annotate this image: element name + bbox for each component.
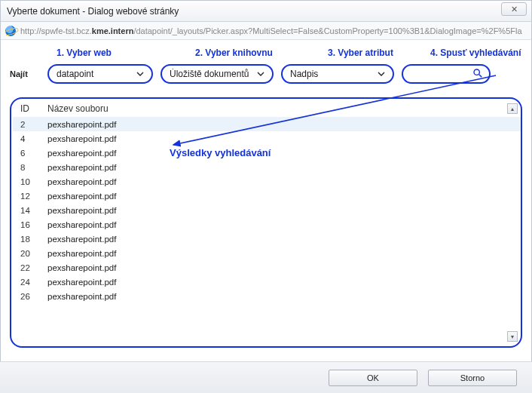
ok-button[interactable]: OK [329,370,417,386]
window-title: Vyberte dokument - Dialog webové stránky [7,6,179,17]
cell-name: pexsharepoint.pdf [47,120,515,129]
cell-id: 12 [20,192,47,201]
scroll-down-icon[interactable]: ▾ [507,331,518,342]
search-input[interactable] [356,68,472,80]
step-3-label: 3. Vyber atribut [328,48,393,58]
step-4-label: 4. Spusť vyhledávání [430,48,521,58]
results-annotation: Výsledky vyhledávání [170,147,271,158]
table-row[interactable]: 10pexsharepoint.pdf [13,174,521,189]
table-row[interactable]: 22pexsharepoint.pdf [13,260,521,275]
cell-id: 4 [20,134,47,143]
web-select-value: datapoint [57,69,135,79]
step-2-label: 2. Vyber knihovnu [195,48,273,58]
table-row[interactable]: 24pexsharepoint.pdf [13,275,521,289]
table-row[interactable]: 20pexsharepoint.pdf [13,246,521,260]
cell-name: pexsharepoint.pdf [47,206,515,215]
svg-point-0 [474,69,479,75]
cell-id: 2 [20,120,47,129]
table-row[interactable]: 12pexsharepoint.pdf [13,189,521,203]
chevron-down-icon [135,69,145,79]
library-select-value: Úložiště dokumentů [170,69,255,79]
library-select[interactable]: Úložiště dokumentů [161,64,274,84]
table-body: 2pexsharepoint.pdf4pexsharepoint.pdf6pex… [13,117,521,303]
cell-id: 14 [20,206,47,215]
cell-name: pexsharepoint.pdf [47,292,515,301]
cell-name: pexsharepoint.pdf [47,249,515,258]
header-name: Název souboru [47,103,515,114]
cell-id: 8 [20,163,47,172]
results-table: ID Název souboru 2pexsharepoint.pdf4pexs… [10,97,522,348]
step-1-label: 1. Vyber web [57,48,112,58]
cell-name: pexsharepoint.pdf [47,278,515,287]
cancel-button[interactable]: Storno [428,370,517,386]
filter-row: Najít datapoint Úložiště dokumentů Nadpi… [10,64,522,84]
url-text: http://spwfe-tst.bcz.kme.intern/datapoin… [20,26,522,35]
table-row[interactable]: 14pexsharepoint.pdf [13,203,521,217]
table-row[interactable]: 26pexsharepoint.pdf [13,289,521,303]
address-bar: http://spwfe-tst.bcz.kme.intern/datapoin… [1,22,531,40]
scrollbar[interactable]: ▴ ▾ [507,103,519,342]
ie-icon [5,26,16,36]
cell-name: pexsharepoint.pdf [47,220,515,229]
table-row[interactable]: 8pexsharepoint.pdf [13,160,521,174]
table-row[interactable]: 16pexsharepoint.pdf [13,217,521,232]
cell-name: pexsharepoint.pdf [47,263,515,272]
chevron-down-icon [255,69,266,79]
find-label: Najít [10,69,40,78]
cell-name: pexsharepoint.pdf [47,192,515,201]
close-button[interactable]: ✕ [501,2,527,16]
titlebar: Vyberte dokument - Dialog webové stránky… [1,1,531,22]
table-row[interactable]: 2pexsharepoint.pdf [13,117,521,131]
cell-id: 24 [20,278,47,287]
cell-id: 20 [20,249,47,258]
dialog-footer: OK Storno [0,361,532,393]
svg-line-1 [479,75,482,78]
cell-id: 6 [20,149,47,158]
scroll-up-icon[interactable]: ▴ [507,103,518,114]
step-labels: 1. Vyber web 2. Vyber knihovnu 3. Vyber … [10,48,522,63]
web-select[interactable]: datapoint [47,64,153,84]
table-row[interactable]: 4pexsharepoint.pdf [13,131,521,146]
header-id: ID [20,103,47,114]
cell-name: pexsharepoint.pdf [47,163,515,172]
cell-name: pexsharepoint.pdf [47,235,515,244]
table-row[interactable]: 18pexsharepoint.pdf [13,232,521,246]
search-box[interactable] [402,64,491,84]
table-header: ID Název souboru [13,100,521,117]
cell-id: 22 [20,263,47,272]
cell-name: pexsharepoint.pdf [47,134,515,143]
dialog-content: 1. Vyber web 2. Vyber knihovnu 3. Vyber … [1,40,531,348]
search-icon[interactable] [472,68,483,80]
cell-name: pexsharepoint.pdf [47,177,515,186]
cell-name: pexsharepoint.pdf [47,149,515,158]
cell-id: 10 [20,177,47,186]
cell-id: 16 [20,220,47,229]
cell-id: 26 [20,292,47,301]
close-icon: ✕ [511,5,518,14]
cell-id: 18 [20,235,47,244]
